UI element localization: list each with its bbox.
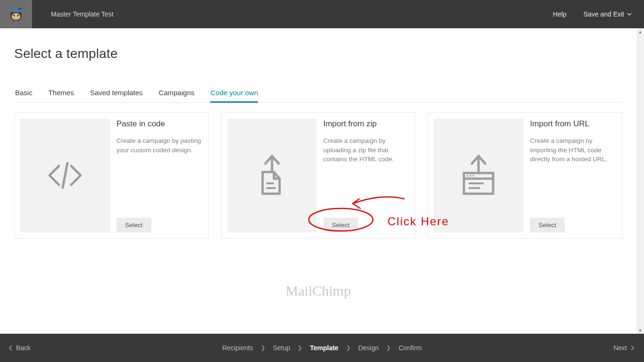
brand-wordmark: MailChimp	[286, 283, 351, 299]
svg-rect-5	[18, 8, 22, 9]
help-label: Help	[553, 10, 567, 18]
code-icon	[44, 161, 86, 189]
svg-point-12	[473, 175, 475, 177]
card-title: Import from URL	[530, 119, 616, 129]
svg-point-3	[17, 15, 18, 16]
tab-basic[interactable]: Basic	[15, 89, 33, 102]
help-link[interactable]: Help	[553, 10, 567, 18]
chevron-right-icon: ❯	[261, 345, 265, 351]
step-recipients[interactable]: Recipients	[222, 344, 253, 352]
back-button[interactable]: Back	[8, 344, 31, 352]
next-label: Next	[613, 344, 627, 352]
card-desc: Create a campaign by pasting your custom…	[116, 136, 203, 155]
svg-point-4	[15, 17, 18, 19]
upload-browser-icon	[457, 154, 500, 197]
scrollbar-track[interactable]	[636, 28, 644, 334]
card-title: Import from zip	[323, 119, 410, 129]
tab-themes[interactable]: Themes	[49, 89, 74, 102]
step-setup[interactable]: Setup	[273, 344, 290, 352]
select-import-zip-button[interactable]: Select	[323, 218, 358, 232]
template-tabs: Basic Themes Saved templates Campaigns C…	[14, 89, 622, 103]
template-cards: Paste in code Create a campaign by pasti…	[14, 112, 622, 239]
chevron-right-icon: ❯	[346, 345, 351, 351]
wizard-steps: Recipients ❯ Setup ❯ Template ❯ Design ❯…	[222, 344, 421, 352]
chevron-right-icon	[631, 345, 635, 351]
bottom-bar: Back Recipients ❯ Setup ❯ Template ❯ Des…	[0, 334, 644, 362]
save-and-exit-button[interactable]: Save and Exit	[584, 10, 632, 18]
svg-point-10	[467, 175, 469, 177]
tab-code-your-own[interactable]: Code your own	[210, 89, 258, 103]
chevron-down-icon	[627, 13, 632, 16]
card-import-from-zip: Import from zip Create a campaign by upl…	[221, 112, 416, 239]
scroll-up-icon[interactable]: ▲	[638, 29, 643, 34]
card-title: Paste in code	[116, 119, 203, 129]
card-thumb-code	[20, 118, 110, 232]
svg-point-11	[470, 175, 472, 177]
save-exit-label: Save and Exit	[584, 10, 624, 18]
top-bar: Master Template Test Help Save and Exit	[0, 0, 644, 28]
card-thumb-url	[434, 118, 523, 232]
card-paste-in-code: Paste in code Create a campaign by pasti…	[14, 112, 209, 239]
upload-file-icon	[253, 154, 291, 197]
card-thumb-zip	[227, 118, 317, 232]
brand-logo[interactable]	[0, 0, 32, 28]
chevron-left-icon	[8, 345, 12, 351]
mailchimp-icon	[8, 6, 25, 23]
main-viewport: Select a template Basic Themes Saved tem…	[0, 28, 636, 334]
step-template[interactable]: Template	[310, 344, 338, 352]
campaign-name[interactable]: Master Template Test	[51, 10, 114, 18]
next-button[interactable]: Next	[613, 344, 635, 352]
back-label: Back	[16, 344, 31, 352]
chevron-right-icon: ❯	[297, 345, 302, 351]
tab-saved-templates[interactable]: Saved templates	[90, 89, 143, 102]
card-desc: Create a campaign by importing the HTML …	[530, 136, 616, 164]
svg-point-2	[13, 15, 15, 16]
chevron-right-icon: ❯	[386, 345, 391, 351]
select-import-url-button[interactable]: Select	[530, 218, 565, 232]
step-confirm[interactable]: Confirm	[398, 344, 421, 352]
card-desc: Create a campaign by uploading a zip fil…	[323, 136, 410, 164]
tab-campaigns[interactable]: Campaigns	[159, 89, 195, 102]
select-paste-code-button[interactable]: Select	[116, 218, 151, 232]
page-title: Select a template	[14, 46, 622, 61]
scroll-down-icon[interactable]: ▼	[638, 328, 643, 333]
step-design[interactable]: Design	[358, 344, 379, 352]
card-import-from-url: Import from URL Create a campaign by imp…	[428, 112, 622, 239]
